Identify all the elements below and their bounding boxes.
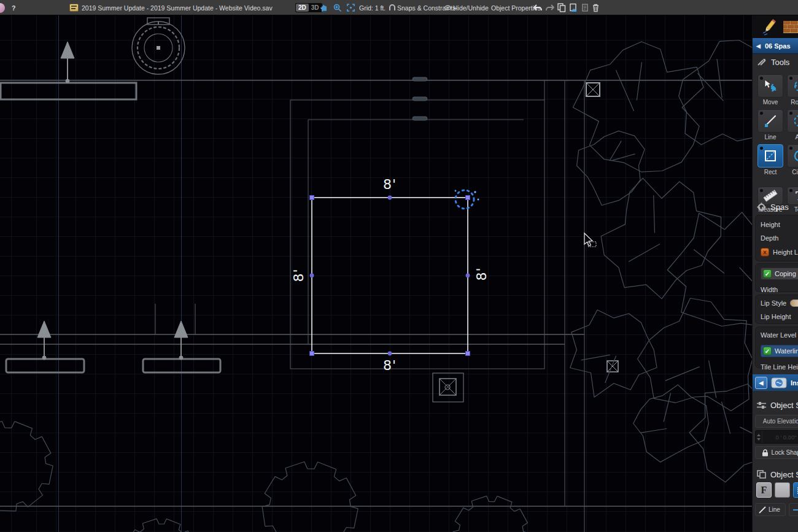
line-arrow-row: Line Arrow: [755, 503, 798, 516]
spa-thumbnail-icon: [771, 377, 787, 389]
width-field-label: Width: [761, 286, 798, 293]
dimension-label-right: 8': [474, 259, 489, 290]
north-arrow: [37, 42, 188, 360]
paste-icon: [569, 3, 578, 12]
rotate-icon: [792, 78, 798, 94]
lip-style-swatch[interactable]: [790, 299, 798, 307]
site-plan-svg: [0, 15, 752, 532]
grid-size-label[interactable]: Grid: 1 ft.: [359, 0, 385, 15]
spa-dimensions-card: Height Depth × Height Labels: [755, 215, 798, 261]
help-button[interactable]: ?: [12, 0, 15, 15]
window-title: 2019 Summer Update - 2019 Summer Update …: [82, 0, 273, 15]
app-icon[interactable]: [0, 0, 5, 15]
skimmer-symbol: [433, 373, 463, 402]
font-style-button[interactable]: F: [756, 482, 772, 498]
circle-icon: [792, 148, 798, 164]
lock-shape-button[interactable]: Lock Shape: [755, 446, 798, 459]
paste-button[interactable]: [569, 0, 578, 15]
lock-icon: [762, 449, 769, 457]
vertex-handle[interactable]: [310, 196, 470, 356]
fill-style-button[interactable]: [775, 482, 790, 498]
tool-rect-button[interactable]: [757, 144, 783, 168]
file-icon: [69, 0, 79, 15]
elevation-value: 0 ' 0.00": [762, 434, 798, 441]
lip-style-row: Lip Style: [761, 299, 798, 307]
duplicate-icon: [581, 3, 589, 12]
top-toolbar: ? 2019 Summer Update - 2019 Summer Updat…: [0, 0, 798, 15]
line-style-icon: [759, 506, 766, 514]
style-buttons-row: F: [756, 482, 798, 498]
move-icon: [762, 78, 778, 94]
dimension-label-top: 8': [374, 177, 405, 192]
plan-door-ticks: [413, 77, 427, 120]
copy-button[interactable]: [557, 0, 566, 15]
coping-toggle[interactable]: ✓ Coping: [761, 268, 798, 280]
midpoint-handle[interactable]: [310, 196, 470, 356]
hide-unhide-button[interactable]: Hide/Unhide: [453, 0, 489, 15]
selection-rect[interactable]: [310, 196, 470, 356]
water-card: Water Level ✓ Waterline Tile Tile Line H…: [755, 326, 798, 368]
height-labels-checkbox-unchecked[interactable]: ×: [761, 248, 769, 256]
stage-tab-spas[interactable]: ◀ 06 Spas: [753, 38, 798, 54]
waterline-checkbox-checked[interactable]: ✓: [763, 347, 772, 355]
gear-icon: [757, 202, 766, 212]
undo-button[interactable]: [533, 0, 543, 15]
plan-structure-lines: [155, 80, 584, 532]
tool-line-button[interactable]: [757, 109, 783, 133]
duplicate-button[interactable]: [581, 0, 589, 15]
insert-spa-button[interactable]: ◀ Insert Spa: [753, 374, 798, 391]
tool-rotate-button[interactable]: [787, 74, 798, 98]
redo-button[interactable]: [545, 0, 555, 15]
waterline-tile-row: ✓ Waterline Tile: [761, 345, 798, 357]
tool-arc-button[interactable]: [787, 109, 798, 133]
elevation-stepper[interactable]: [756, 431, 762, 443]
undo-icon: [533, 4, 543, 12]
materials-brick-icon[interactable]: [783, 21, 798, 33]
view-toggle: 2D 3D: [295, 0, 322, 15]
eye-icon: [444, 0, 452, 15]
snaps-icon: [389, 0, 396, 15]
delete-button[interactable]: [592, 0, 600, 15]
depth-field-label: Depth: [761, 234, 798, 242]
coping-row: ✓ Coping ✓: [761, 268, 798, 280]
stage-tab-label: 06 Spas: [765, 42, 791, 50]
insert-back-arrow-icon[interactable]: ◀: [755, 377, 767, 389]
label-style-button[interactable]: [793, 482, 798, 498]
line-style-chip[interactable]: Line: [755, 503, 786, 516]
zoom-tool-button[interactable]: [333, 0, 342, 15]
tree-plan-symbol: [132, 18, 185, 74]
mouse-cursor: [584, 233, 596, 247]
object-style-header[interactable]: Object Style: [753, 466, 798, 482]
hand-icon: [319, 3, 328, 12]
tool-circle-button[interactable]: [787, 144, 798, 168]
height-labels-row[interactable]: × Height Labels: [761, 248, 798, 256]
spas-section-header[interactable]: Spas: [753, 199, 798, 215]
dimension-label-left: 8': [291, 260, 306, 291]
app-logo-icon: [0, 3, 5, 13]
sliders-icon: [757, 401, 766, 409]
water-level-field-label: Water Level: [761, 331, 798, 339]
lip-card: Lip Style Lip Height: [755, 295, 798, 324]
tools-section-header[interactable]: Tools: [753, 54, 798, 70]
pan-tool-button[interactable]: [319, 0, 328, 15]
auto-elevation-button[interactable]: Auto Elevation: [755, 415, 798, 428]
object-settings-header[interactable]: Object Settings: [753, 397, 798, 413]
tools-icon: [757, 58, 767, 66]
pencil-icon[interactable]: [761, 18, 777, 36]
zoom-extents-button[interactable]: [346, 0, 355, 15]
collapse-panel-icon[interactable]: ◀: [756, 43, 761, 49]
elevation-input[interactable]: 0 ' 0.00": [755, 430, 798, 444]
coping-card: ✓ Coping ✓ Width: [755, 263, 798, 292]
waterline-tile-toggle[interactable]: ✓ Waterline Tile: [761, 345, 798, 357]
tool-move-button[interactable]: [757, 74, 783, 98]
panel-mode-strip: [753, 15, 798, 38]
right-panel: ◀ 06 Spas Tools Move: [752, 15, 798, 532]
drawing-canvas[interactable]: 8' 8' 8' 8': [0, 15, 752, 532]
view-2d-button[interactable]: 2D: [296, 4, 309, 12]
layers-icon: [757, 470, 766, 479]
arrow-style-chip[interactable]: Arrow: [789, 503, 798, 516]
selection-bounds-icon: [346, 3, 355, 12]
coping-checkbox-checked[interactable]: ✓: [763, 269, 772, 278]
dimension-label-bottom: 8': [374, 358, 405, 373]
trash-icon: [592, 3, 600, 12]
